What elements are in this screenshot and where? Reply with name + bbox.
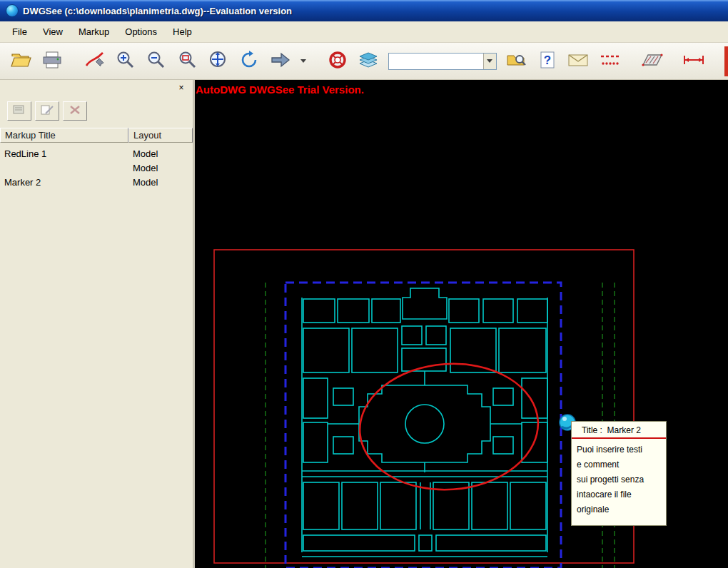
close-icon[interactable]: ×	[176, 83, 187, 93]
svg-text:?: ?	[544, 54, 551, 67]
email-button[interactable]	[565, 46, 592, 76]
rotate-view-button[interactable]	[236, 46, 263, 76]
menubar: File View Markup Options Help	[0, 21, 728, 43]
email-icon	[567, 50, 590, 73]
toolbar-separator	[69, 61, 78, 61]
zoom-extents-icon	[207, 50, 230, 73]
properties-icon	[11, 103, 27, 119]
table-row[interactable]: RedLine 1Model	[0, 147, 193, 161]
menu-markup[interactable]: Markup	[71, 23, 117, 41]
measure-toolbar-group	[595, 46, 709, 76]
layers-icon	[357, 50, 380, 73]
next-view-arrow-icon	[269, 50, 292, 73]
main-content: ×	[0, 80, 728, 568]
measure-distance-button[interactable]	[678, 46, 709, 76]
marker-tooltip: Title : Marker 2 Puoi inserire testie co…	[571, 421, 667, 526]
toolbar-separator	[312, 61, 320, 61]
measure-dimension-button[interactable]	[595, 46, 627, 76]
chevron-down-icon	[487, 59, 492, 63]
tooltip-line: sui progetti senza	[577, 472, 662, 487]
toolbar: ?	[0, 43, 728, 80]
zoom-out-icon	[145, 50, 168, 73]
markup-table-header: Markup Title Layout	[0, 128, 193, 143]
menu-help[interactable]: Help	[165, 23, 200, 41]
menu-view[interactable]: View	[35, 23, 71, 41]
layer-combo-value	[389, 54, 483, 69]
markup-layout-cell: Model	[128, 161, 193, 176]
layer-combo-arrow[interactable]	[483, 54, 496, 69]
menu-options[interactable]: Options	[117, 23, 165, 41]
open-folder-icon	[10, 50, 33, 73]
floor-plan	[302, 288, 547, 557]
rotate-icon	[238, 50, 261, 73]
tooltip-body: Puoi inserire testie commentsui progetti…	[572, 439, 666, 517]
print-button[interactable]	[38, 46, 66, 76]
column-header-markup-title[interactable]: Markup Title	[0, 128, 128, 143]
zoom-in-button[interactable]	[111, 46, 139, 76]
zoom-window-icon	[176, 50, 199, 73]
markup-edit-button[interactable]	[35, 101, 59, 121]
markup-panel: ×	[0, 80, 195, 568]
measure-dimension-icon	[599, 50, 623, 73]
delete-icon	[67, 103, 83, 119]
next-view-button[interactable]	[267, 46, 295, 76]
markup-panel-header: ×	[0, 80, 193, 97]
markup-title-cell	[0, 161, 128, 176]
help-button[interactable]: ?	[533, 46, 561, 76]
help-icon: ?	[536, 50, 559, 73]
blue-dashed-rect	[285, 283, 561, 568]
zoom-window-button[interactable]	[173, 46, 201, 76]
help-lifebuoy-button[interactable]	[323, 46, 351, 76]
markup-tool-button[interactable]	[81, 46, 108, 76]
edit-icon	[39, 103, 55, 119]
zoom-in-icon	[114, 50, 137, 73]
clipped-toolbar-icon	[724, 46, 728, 76]
column-header-layout[interactable]: Layout	[128, 128, 193, 143]
table-row[interactable]: Marker 2Model	[0, 176, 193, 190]
markup-table-body: RedLine 1ModelModelMarker 2Model	[0, 143, 193, 190]
menu-file[interactable]: File	[4, 23, 35, 41]
layer-combo[interactable]	[388, 53, 497, 70]
next-view-dropdown[interactable]	[298, 46, 309, 76]
tooltip-line: intaocare il file	[577, 487, 662, 502]
app-icon	[6, 4, 19, 17]
layers-button[interactable]	[355, 46, 383, 76]
open-file-button[interactable]	[7, 46, 35, 76]
zoom-out-button[interactable]	[143, 46, 171, 76]
table-row[interactable]: Model	[0, 161, 193, 176]
measure-area-button[interactable]	[637, 46, 668, 76]
find-file-button[interactable]	[502, 46, 530, 76]
drawing-canvas[interactable]: AutoDWG DWGSee Trial Version.	[195, 80, 728, 568]
titlebar: DWGSee (c:\downloads\planimetria.dwg)--E…	[0, 0, 728, 21]
zoom-extents-button[interactable]	[205, 46, 233, 76]
tooltip-line: originale	[577, 502, 662, 517]
markup-layout-cell: Model	[128, 147, 193, 161]
redline-markup-circle[interactable]	[355, 357, 542, 495]
chevron-down-icon	[300, 59, 306, 63]
measure-area-icon	[640, 50, 664, 73]
find-file-icon	[505, 50, 528, 73]
window-title: DWGSee (c:\downloads\planimetria.dwg)--E…	[23, 6, 292, 16]
tooltip-title: Title : Marker 2	[572, 422, 666, 437]
measure-distance-icon	[682, 50, 706, 73]
tooltip-line: Puoi inserire testi	[577, 442, 662, 457]
printer-icon	[41, 50, 64, 73]
trial-watermark: AutoDWG DWGSee Trial Version.	[196, 83, 364, 96]
markup-delete-button[interactable]	[63, 101, 87, 121]
markup-panel-toolbar	[0, 97, 193, 128]
markup-layout-cell: Model	[128, 176, 193, 190]
markup-title-cell: RedLine 1	[0, 147, 128, 161]
app-window: DWGSee (c:\downloads\planimetria.dwg)--E…	[0, 0, 728, 568]
markup-pen-icon	[84, 50, 106, 73]
lifebuoy-icon	[326, 50, 349, 73]
markup-properties-button[interactable]	[7, 101, 31, 121]
tooltip-line: e comment	[577, 457, 662, 472]
markup-title-cell: Marker 2	[0, 176, 128, 190]
